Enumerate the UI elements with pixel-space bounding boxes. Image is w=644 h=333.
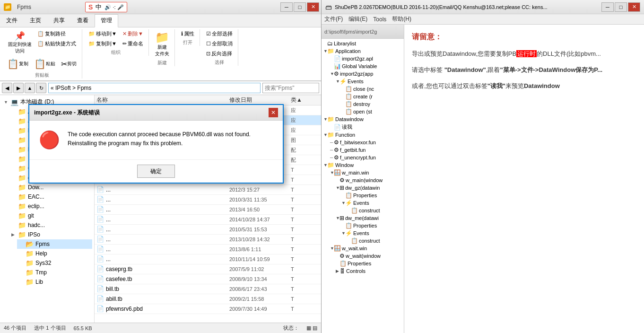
tree-item-f-unencrypt[interactable]: ─ ⚙ f_unencrypt.fun — [322, 154, 403, 161]
tree-item-dw-me[interactable]: ▼ ⊞ dw_me(datawi — [322, 214, 403, 222]
table-row[interactable]: 📄 ... 2013/8/6 1:11 T — [95, 245, 321, 254]
rename-button[interactable]: ✏重命名 — [120, 39, 146, 48]
sidebar-item-eac[interactable]: 📁 EAC... — [9, 192, 92, 202]
paste-shortcut-button[interactable]: 📋粘贴快捷方式 — [35, 39, 78, 48]
tree-item-create[interactable]: 📋 create (r — [322, 93, 403, 100]
tree-item-events-1[interactable]: ▼ ⚡ Events — [322, 78, 403, 85]
deselect-all-button[interactable]: ☐全部取消 — [204, 39, 235, 48]
sidebar-item-tmp[interactable]: 📁 Tmp — [17, 268, 92, 277]
close-button[interactable]: ✕ — [307, 2, 319, 12]
tab-view[interactable]: 查看 — [71, 14, 95, 27]
table-row[interactable]: 📄 ... 2013/10/28 14:32 T — [95, 235, 321, 245]
dialog-title: import2gz.exe - 系统错误 — [34, 109, 100, 117]
new-folder-button[interactable]: 📁 新建 文件夹 — [153, 29, 172, 59]
forward-button[interactable]: ▶ — [13, 83, 24, 93]
tree-item-f-bitwisexor[interactable]: ─ ⚙ f_bitwisexor.fun — [322, 139, 403, 146]
tree-item-window[interactable]: ▼ 📁 Window — [322, 161, 403, 169]
tree-item-close[interactable]: 📋 close (nc — [322, 85, 403, 93]
copy-button[interactable]: 📋 复制 — [5, 57, 31, 71]
sidebar-item-git[interactable]: 📁 git — [9, 211, 92, 220]
tab-home[interactable]: 主页 — [24, 14, 47, 27]
sidebar-item-lib[interactable]: 📁 Lib — [17, 277, 92, 287]
tree-item-librarylist[interactable]: 🗂 Librarylist — [322, 40, 403, 47]
tab-manage[interactable]: 管理 — [95, 14, 118, 27]
view-toggle[interactable]: ▦ ▤ — [306, 325, 317, 331]
menu-file[interactable]: 文件(F) — [324, 15, 343, 23]
tree-item-wwait-properties[interactable]: 📋 Properties — [322, 260, 403, 267]
close-button-right[interactable]: ✕ — [628, 2, 640, 12]
tree-item-dw-me-construct[interactable]: 📋 construct — [322, 237, 403, 245]
tree-item-dw-gz-events[interactable]: ▼ ⚡ Events — [322, 199, 403, 207]
maximize-button[interactable]: □ — [294, 2, 306, 12]
menu-tools[interactable]: Tools — [373, 16, 386, 23]
sidebar-item-hadc[interactable]: 📁 hadc... — [9, 220, 92, 230]
table-row[interactable]: 📄 ... 2013/4 16:50 T — [95, 205, 321, 215]
tree-item-global-variable[interactable]: 📊 Global Variable — [322, 62, 403, 70]
menu-help[interactable]: 帮助(H) — [392, 15, 411, 23]
cut-button[interactable]: ✂ 剪切 — [59, 57, 79, 71]
tree-item-datawindow[interactable]: ▼ 📁 Datawindow — [322, 115, 403, 123]
sidebar-item-sys32[interactable]: 📁 Sys32 — [17, 258, 92, 268]
address-bar[interactable]: « IPSoft > Fpms — [48, 83, 261, 93]
file-icon: 📄 — [96, 295, 104, 303]
tree-item-dw-me-properties[interactable]: 📋 Properties — [322, 222, 403, 229]
sidebar-item-help[interactable]: 📁 Help — [17, 249, 92, 258]
error-icon: 🔴 — [39, 130, 60, 150]
select-all-button[interactable]: ☑全部选择 — [204, 29, 235, 38]
menu-edit[interactable]: 编辑(E) — [348, 15, 367, 23]
tree-item-open[interactable]: 📋 open (st — [322, 108, 403, 115]
tree-item-wmain-window[interactable]: ⚙ w_main(window — [322, 176, 403, 184]
tree-item-import2gz-app[interactable]: ▼ ⚙ import2gz(app — [322, 70, 403, 78]
table-row[interactable]: 📄 ... 2014/10/28 14:37 T — [95, 215, 321, 225]
copy-path-button[interactable]: 📋复制路径 — [35, 29, 78, 38]
highlight-runtime: 运行时 — [516, 50, 537, 57]
refresh-button[interactable]: ↻ — [36, 83, 46, 93]
tree-item-dw-gz-properties[interactable]: 📋 Properties — [322, 192, 403, 199]
tree-item-wwait[interactable]: ▼ 🪟 w_wait.win — [322, 245, 403, 252]
tree-item-application[interactable]: ▼ 📁 Application — [322, 47, 403, 55]
maximize-button-right[interactable]: □ — [615, 2, 627, 12]
explorer-title: Fpms — [17, 4, 31, 10]
tree-item-f-getbit[interactable]: ─ ⚙ f_getbit.fun — [322, 146, 403, 154]
up-button[interactable]: ▲ — [25, 83, 35, 93]
pin-button[interactable]: 📌 固定到快速 访问 — [6, 29, 34, 56]
minimize-button[interactable]: ─ — [280, 2, 293, 12]
paste-button[interactable]: 📋 粘贴 — [32, 57, 58, 71]
properties-button[interactable]: ℹ属性 — [179, 29, 197, 38]
tree-item-destroy[interactable]: 📋 destroy — [322, 100, 403, 108]
delete-button[interactable]: ✕删除▼ — [120, 29, 146, 38]
tab-file[interactable]: 文件 — [0, 14, 24, 27]
table-row[interactable]: 📄 bill.tb 2008/6/17 23:43 T — [95, 284, 321, 294]
tab-share[interactable]: 共享 — [47, 14, 71, 27]
tree-item-wwait-controls[interactable]: ▶ 🎛 Controls — [322, 267, 403, 275]
dialog-close-button[interactable]: ✕ — [269, 108, 278, 117]
move-to-button[interactable]: 📁移动到▼ — [86, 29, 119, 38]
table-row[interactable]: 📄 casefee.tb 2008/9/10 13:34 T — [95, 274, 321, 284]
table-row[interactable]: 📄 ... 2010/5/31 15:53 T — [95, 225, 321, 235]
notice-panel: 请留意： 导出或预览Datawindow,您需要复制PB运行时的DLL文件(比如… — [404, 25, 644, 333]
invert-select-button[interactable]: ⊡反向选择 — [204, 49, 235, 58]
table-row[interactable]: 📄 ... 2012/3 15:27 T — [95, 185, 321, 195]
tree-item-dw-gz-construct[interactable]: 📋 construct — [322, 207, 403, 214]
copy-to-button[interactable]: 📁复制到▼ — [86, 39, 119, 48]
dialog-ok-button[interactable]: 确定 — [137, 165, 175, 178]
sidebar-item-eclip[interactable]: 📁 eclip... — [9, 202, 92, 211]
tree-item-wmain[interactable]: ▼ 🪟 w_main.win — [322, 169, 403, 176]
sidebar-item-ipso[interactable]: ▶ 📁 IPSo — [9, 230, 92, 239]
back-button[interactable]: ◀ — [2, 83, 12, 93]
tree-item-wwait-window[interactable]: ⚙ w_wait(window — [322, 252, 403, 260]
table-row[interactable]: 📄 abill.tb 2009/2/1 15:58 T — [95, 294, 321, 304]
sidebar-item-fpms[interactable]: 📂 Fpms — [17, 239, 92, 249]
table-row[interactable]: 📄 pfewnsrv6.pbd 2009/7/30 14:49 T — [95, 304, 321, 314]
tree-item-dw-me-events[interactable]: ▼ ⚡ Events — [322, 229, 403, 237]
tree-item-dw-gz[interactable]: ▼ ⊞ dw_gz(datawin — [322, 184, 403, 192]
minimize-button-right[interactable]: ─ — [601, 2, 614, 12]
tree-item-import2gz-apl[interactable]: 📄 import2gz.apl — [322, 55, 403, 62]
table-row[interactable]: 📄 caseprg.tb 2007/5/9 11:02 T — [95, 264, 321, 274]
tree-item-function[interactable]: ▼ 📁 Function — [322, 131, 403, 139]
search-input[interactable] — [262, 83, 319, 93]
table-row[interactable]: 📄 ... 2010/3/31 11:35 T — [95, 195, 321, 205]
sidebar-item-dow[interactable]: 📁 Dow... — [9, 183, 92, 192]
tree-item-readme[interactable]: 📄 读我 — [322, 123, 403, 131]
table-row[interactable]: 📄 ... 2010/11/14 10:59 T — [95, 254, 321, 264]
